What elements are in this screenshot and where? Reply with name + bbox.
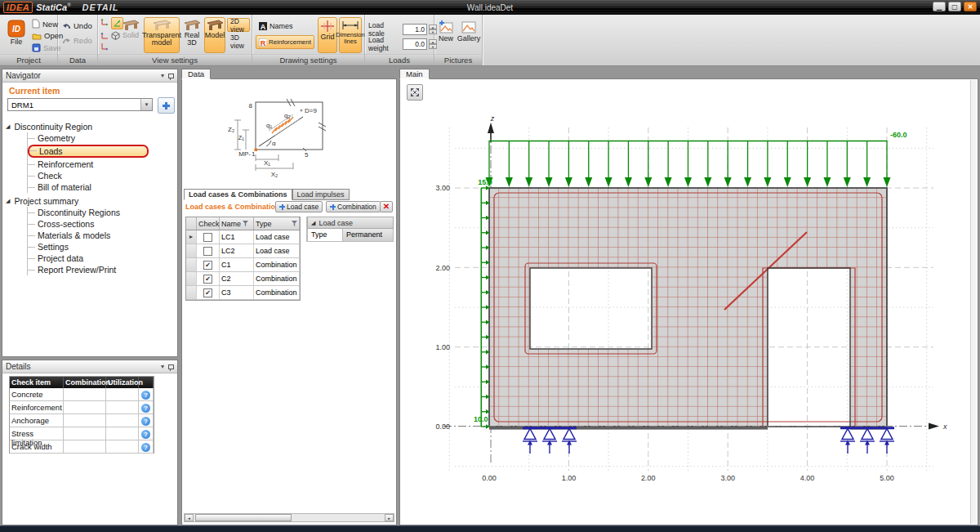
model-canvas[interactable]: x z -60.0 15.0 10.0 0.00: [401, 80, 978, 525]
details-header[interactable]: Details ▾: [2, 360, 177, 373]
details-row-reinforcement[interactable]: Reinforcement?: [10, 401, 154, 414]
row-selector[interactable]: [186, 258, 197, 271]
main-tab[interactable]: Main: [399, 69, 430, 79]
wall-body[interactable]: [489, 188, 887, 430]
svg-text:A: A: [261, 22, 266, 30]
chevron-down-icon[interactable]: ▼: [140, 99, 152, 110]
tree-section-discontinuity-region[interactable]: ◢Discontinuity Region: [6, 121, 174, 132]
load-row-lc1[interactable]: ▸LC1Load case: [186, 230, 300, 244]
fit-view-button[interactable]: [407, 84, 423, 101]
type-value-dropdown[interactable]: Permanent: [342, 229, 393, 241]
axis-icon-yz[interactable]: [100, 42, 109, 51]
tree-section-project-summary[interactable]: ◢Project summary: [6, 195, 174, 207]
details-row-stress-limitation[interactable]: Stress limitation?: [10, 427, 154, 440]
help-icon[interactable]: ?: [141, 404, 150, 413]
pin-icon[interactable]: [168, 74, 174, 78]
row-selector[interactable]: [186, 272, 197, 285]
help-icon[interactable]: ?: [141, 430, 150, 439]
scroll-right-icon[interactable]: ▸: [385, 514, 394, 521]
tree-item-bill-of-material[interactable]: Bill of material: [28, 181, 174, 193]
row-checkbox[interactable]: [203, 233, 212, 242]
row-selector[interactable]: ▸: [186, 230, 197, 244]
undo-button[interactable]: Undo: [62, 21, 92, 30]
tree-item-report-preview-print[interactable]: Report Preview/Print: [28, 264, 174, 275]
row-selector[interactable]: [186, 244, 197, 257]
row-checkbox[interactable]: [203, 247, 212, 256]
details-row-crack-width[interactable]: Crack width?: [10, 440, 154, 454]
expander-icon[interactable]: ◢: [6, 198, 10, 204]
data-tab[interactable]: Data: [181, 69, 211, 79]
names-toggle[interactable]: A Names: [256, 19, 314, 33]
titlebar: IDEA StatiCa® DETAIL Wall.ideaDet ▁ ▢ ✕: [0, 0, 980, 15]
help-icon[interactable]: ?: [141, 443, 150, 452]
model-button[interactable]: Model: [204, 17, 225, 53]
tab-load-cases-combinations[interactable]: Load cases & Combinations: [184, 189, 292, 200]
delete-button[interactable]: ✕: [380, 201, 393, 212]
tree-item-loads[interactable]: Loads: [28, 145, 149, 158]
scroll-left-icon[interactable]: ◂: [185, 514, 194, 521]
tree-item-discontinuity-regions[interactable]: Discontinuity Regions: [28, 207, 174, 218]
help-icon[interactable]: ?: [141, 417, 150, 426]
tree-item-settings[interactable]: Settings: [28, 241, 174, 253]
load-row-c3[interactable]: ✔C3Combination: [186, 286, 300, 300]
tree-item-geometry[interactable]: Geometry: [28, 132, 174, 144]
dimension-lines-button[interactable]: Dimension lines: [339, 17, 362, 53]
tree-item-materials-models[interactable]: Materials & models: [28, 230, 174, 241]
tree-item-check[interactable]: Check: [28, 170, 174, 181]
current-item-dropdown[interactable]: DRM1 ▼: [7, 98, 153, 111]
expander-icon[interactable]: ◢: [6, 123, 10, 130]
axis-icon-xz[interactable]: [100, 31, 109, 40]
add-load-case-button[interactable]: Load case: [275, 201, 323, 212]
supports[interactable]: [523, 428, 894, 454]
row-checkbox[interactable]: ✔: [203, 288, 212, 297]
transparent-model-button[interactable]: Transparent model: [144, 17, 180, 53]
row-checkbox[interactable]: ✔: [203, 275, 212, 284]
tab-load-impulses[interactable]: Load impulses: [292, 189, 350, 200]
real-3d-button[interactable]: Real 3D: [181, 17, 203, 53]
row-selector[interactable]: [186, 286, 197, 299]
pin-icon[interactable]: [168, 364, 174, 369]
add-region-button[interactable]: [158, 97, 175, 114]
solid-button[interactable]: Solid: [119, 17, 142, 53]
filter-icon[interactable]: [243, 221, 248, 226]
3d-view-button[interactable]: 3D view: [227, 34, 250, 48]
tree-item-reinforcement[interactable]: Reinforcement: [28, 159, 174, 170]
maximize-button[interactable]: ▢: [948, 2, 961, 11]
tree-item-cross-sections[interactable]: Cross-sections: [28, 218, 174, 230]
expander-icon[interactable]: ◢: [311, 220, 315, 226]
scrollbar-thumb[interactable]: [195, 514, 292, 521]
axis-icon-xy[interactable]: [100, 17, 109, 26]
load-row-c2[interactable]: ✔C2Combination: [186, 272, 300, 286]
load-row-c1[interactable]: ✔C1Combination: [186, 258, 300, 272]
details-row-anchorage[interactable]: Anchorage?: [10, 414, 154, 427]
load-scale-input[interactable]: 1.0: [403, 24, 427, 35]
navigator-header[interactable]: Navigator ▾: [2, 69, 177, 83]
filter-icon[interactable]: [292, 221, 297, 226]
minimize-button[interactable]: ▁: [933, 2, 946, 11]
new-button[interactable]: New: [32, 19, 58, 29]
transparent-model-icon: [152, 20, 172, 31]
2d-view-button[interactable]: 2D view: [227, 18, 250, 32]
row-checkbox[interactable]: ✔: [203, 261, 212, 270]
add-combination-button[interactable]: Combination: [326, 201, 381, 212]
help-icon[interactable]: ?: [141, 391, 150, 400]
new-picture-button[interactable]: New: [436, 17, 456, 53]
load-case-properties-header[interactable]: ◢ Load case: [307, 217, 394, 229]
save-button[interactable]: Save: [32, 43, 61, 52]
close-button[interactable]: ✕: [964, 2, 977, 11]
svg-text:1.00: 1.00: [435, 343, 450, 351]
tree-item-project-data[interactable]: Project data: [28, 253, 174, 264]
reinforcement-toggle[interactable]: R Reinforcement: [256, 35, 314, 49]
grid-button[interactable]: Grid: [318, 17, 337, 53]
top-distributed-load[interactable]: -60.0: [486, 131, 907, 187]
window-opening[interactable]: [530, 268, 652, 349]
panel-menu-icon[interactable]: ▾: [161, 363, 164, 370]
panel-menu-icon[interactable]: ▾: [161, 72, 164, 79]
file-button[interactable]: ID File: [4, 17, 29, 53]
gallery-button[interactable]: Gallery: [457, 17, 480, 53]
redo-button[interactable]: Redo: [62, 36, 92, 45]
load-weight-input[interactable]: 0.0: [403, 38, 427, 50]
data-horizontal-scrollbar[interactable]: ◂ ▸: [184, 513, 394, 522]
load-row-lc2[interactable]: LC2Load case: [186, 244, 300, 258]
details-row-concrete[interactable]: Concrete?: [10, 388, 154, 401]
